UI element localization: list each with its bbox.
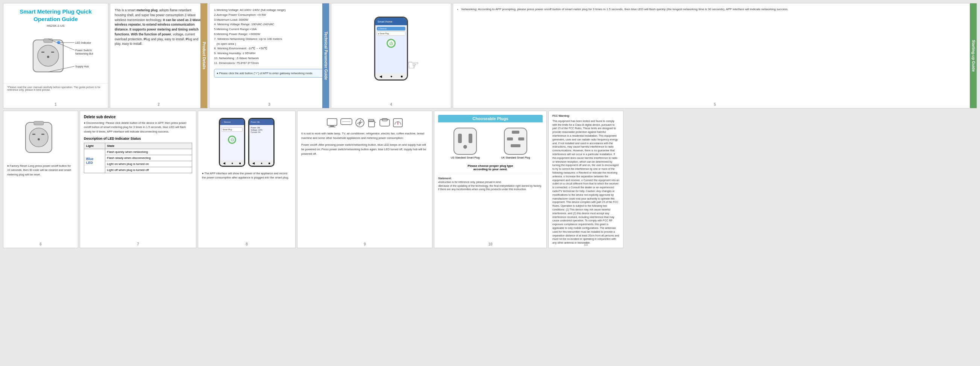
svg-rect-40 xyxy=(507,137,513,141)
product-details-label: Product Details xyxy=(200,3,207,108)
power-icon: ⏻ xyxy=(228,136,236,144)
phone-right-content: Power: 0W Voltage: 120V Current: 0A xyxy=(249,125,274,160)
panel-11-fcc: FCC Warning: This equipment has been tes… xyxy=(548,111,624,248)
nav-icon-3: ■ xyxy=(239,161,241,165)
nav-recent: ■ xyxy=(401,75,403,78)
state-light-on: Light on when plug is turned on xyxy=(105,161,192,167)
technical-label: Technical Parameter Guide xyxy=(322,3,329,108)
svg-rect-39 xyxy=(512,131,519,134)
panel-1-title: Smart Metering Plug Quick Operation Guid… xyxy=(3,3,108,109)
nav-icon-4: ◀ xyxy=(252,161,255,165)
choose-text: Please choose proper plug typeaccording … xyxy=(438,164,542,171)
section-number-10: 10 xyxy=(488,242,492,246)
param-5: 5.Metering Current Range:<18A xyxy=(214,27,325,32)
panel-8-content: ← Devices Smart Plug ⏻ ◀ ● ■ xyxy=(198,111,295,185)
svg-text:Networking Button: Networking Button xyxy=(75,52,93,55)
param-9: 9. Working Humidity: ≤ 95%RH xyxy=(214,51,325,56)
us-plug-item: US Standard Smart Plug xyxy=(451,126,480,159)
phone-nav-bottom: ◀ ● ■ xyxy=(375,74,407,80)
breadmaker-icon xyxy=(379,118,390,128)
panel-5-content: Networking: According to APP prompting, … xyxy=(453,3,977,17)
tv-icon xyxy=(326,118,338,128)
svg-rect-22 xyxy=(329,126,336,127)
plug-illustration-6 xyxy=(7,115,74,164)
svg-rect-17 xyxy=(41,134,45,135)
panel-7-content: Delete sub device ● Disconnecting: Pleas… xyxy=(80,111,196,177)
nav-icon-2: ● xyxy=(231,161,233,165)
app-note: ● The APP interface will show the power … xyxy=(202,170,291,182)
phone-app-bar: ≡ Devices xyxy=(377,27,406,30)
param-1: 1.Working Voltage: AC100V~240V (full vol… xyxy=(214,8,325,13)
svg-rect-36 xyxy=(469,134,473,143)
table-header-state: State xyxy=(105,143,192,149)
led-table-title: Description of LED Indicator Status xyxy=(84,137,192,141)
param-10: 10. Networking : Z-Wave Network xyxy=(214,56,325,61)
networking-instructions: Networking: According to APP prompting, … xyxy=(458,7,972,12)
panel-3-technical: 1.Working Voltage: AC100V~240V (full vol… xyxy=(209,3,329,109)
svg-rect-41 xyxy=(518,137,524,141)
description-text: This is a smart metering plug, adopts fl… xyxy=(115,8,203,46)
section-number-9: 9 xyxy=(364,242,366,246)
param-3: 3.Maximum Load: 3000W xyxy=(214,18,325,22)
section-number-3: 3 xyxy=(268,102,270,107)
phone-screen-content: ≡ Devices ● Smart Plug ⏻ xyxy=(375,25,407,74)
panel-8-app: ← Devices Smart Plug ⏻ ◀ ● ■ xyxy=(198,111,296,248)
fcc-text: This equipment has been tested and found… xyxy=(552,119,619,245)
section-number-2: 2 xyxy=(158,102,160,107)
current-reading: Current: 0A xyxy=(251,131,272,133)
nav-home: ● xyxy=(390,75,392,78)
statement-text: Statement: •Instruction is for reference… xyxy=(438,174,542,191)
plug-svg-6 xyxy=(22,118,59,160)
main-wrapper: Smart Metering Plug Quick Operation Guid… xyxy=(0,0,980,251)
nav-back: ◀ xyxy=(379,75,382,78)
param-7: 7. Wireless Networking Distance: Up to 1… xyxy=(214,37,325,47)
param-11: 11. Dimensions: 75.8*67.9*72mm xyxy=(214,61,325,66)
bottom-row: ● Factory Reset Long press power on/off … xyxy=(3,111,977,248)
touch-hand-icon: ☞ xyxy=(407,57,419,73)
fan-icon xyxy=(355,118,365,128)
phone-mockup-right: Power Info Power: 0W Voltage: 120V Curre… xyxy=(248,118,275,167)
uk-plug-label: UK Standard Smart Plug xyxy=(501,156,530,159)
plug-images-container: US Standard Smart Plug UK Standard Smart… xyxy=(438,122,542,163)
appliance-icons xyxy=(301,115,428,131)
svg-text:LED Indicator: LED Indicator xyxy=(75,42,91,44)
panel-3-content: 1.Working Voltage: AC100V~240V (full vol… xyxy=(210,3,329,82)
param-4: 4. Metering Voltage Range: 100VAC-240VAC xyxy=(214,22,325,27)
panel-6-reset: ● Factory Reset Long press power on/off … xyxy=(3,111,78,248)
phone-left-title: ← Devices xyxy=(221,121,231,123)
power-on-text: It is suit to work with table lamp, TV, … xyxy=(301,131,428,141)
svg-point-18 xyxy=(38,138,40,141)
svg-point-4 xyxy=(47,56,49,58)
phone-nav-right: ◀ ● ■ xyxy=(249,160,274,166)
tech-note-box: ● Please click the add button ("+") of A… xyxy=(214,69,325,78)
power-info: Power: 0W Voltage: 120V Current: 0A xyxy=(251,126,272,133)
phone-header-left: ← Devices xyxy=(220,119,244,125)
top-row: Smart Metering Plug Quick Operation Guid… xyxy=(3,3,977,109)
uk-plug-svg xyxy=(503,126,529,156)
svg-rect-30 xyxy=(380,119,390,126)
svg-rect-16 xyxy=(32,134,35,135)
us-plug-label: US Standard Smart Plug xyxy=(451,156,480,159)
panel-title-block: Smart Metering Plug Quick Operation Guid… xyxy=(3,3,108,30)
coffee-icon xyxy=(367,118,377,128)
panel-2-description: This is a smart metering plug, adopts fl… xyxy=(110,3,208,109)
phone-nav-left: ◀ ● ■ xyxy=(220,160,244,166)
nav-icon-1: ◀ xyxy=(223,161,225,165)
meter-icon xyxy=(393,118,403,128)
svg-text:Power Switch/: Power Switch/ xyxy=(75,49,92,51)
panel-9-poweron: It is suit to work with table lamp, TV, … xyxy=(297,111,433,248)
svg-rect-2 xyxy=(41,51,45,53)
svg-point-37 xyxy=(463,145,467,149)
statement-title: Statement: xyxy=(438,177,542,181)
nav-icon-6: ■ xyxy=(269,161,270,165)
table-row: BlueLED Flash quickly when networking xyxy=(84,149,192,155)
param-6: 6.Metering Power Range: <3000W xyxy=(214,32,325,37)
app-mockup-container: ← Devices Smart Plug ⏻ ◀ ● ■ xyxy=(202,115,291,170)
param-8: 8. Working Environment: -10℃ ~ +50℃ xyxy=(214,46,325,51)
panel-1-note: *Please read the user manual carefully b… xyxy=(3,83,108,93)
power-on-off-text: Power on/off: After pressing power switc… xyxy=(301,143,428,156)
panel-9-content: It is suit to work with table lamp, TV, … xyxy=(298,111,432,160)
disconnecting-text: ● Disconnecting: Please click delete but… xyxy=(84,121,192,134)
svg-rect-20 xyxy=(327,118,337,125)
uk-plug-item: UK Standard Smart Plug xyxy=(501,126,530,159)
